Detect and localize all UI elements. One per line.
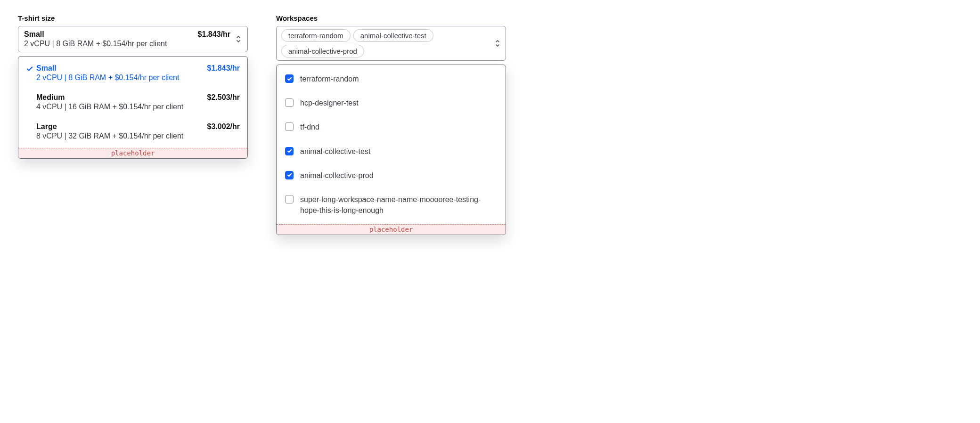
workspace-option[interactable]: terraform-random [277, 67, 506, 91]
size-option-medium[interactable]: Medium4 vCPU | 16 GiB RAM + $0.154/hr pe… [18, 88, 247, 117]
option-price: $3.002/hr [207, 122, 240, 131]
selected-option-subtitle: 2 vCPU | 8 GiB RAM + $0.154/hr per clien… [24, 40, 192, 48]
size-option-large[interactable]: Large8 vCPU | 32 GiB RAM + $0.154/hr per… [18, 117, 247, 146]
check-icon [23, 64, 36, 73]
option-price: $2.503/hr [207, 93, 240, 102]
selected-option-price: $1.843/hr [198, 30, 230, 39]
workspace-option-label: animal-collective-test [300, 146, 370, 157]
placeholder-bar: placeholder [277, 224, 506, 235]
selected-chip[interactable]: animal-collective-prod [281, 45, 364, 57]
tshirt-size-dropdown: Small2 vCPU | 8 GiB RAM + $0.154/hr per … [18, 56, 248, 159]
check-icon [23, 122, 36, 123]
workspace-option-label: animal-collective-prod [300, 170, 374, 181]
workspace-option-label: tf-dnd [300, 122, 319, 132]
workspace-option[interactable]: super-long-workspace-name-name-mooooree-… [277, 187, 506, 222]
workspace-option[interactable]: animal-collective-test [277, 139, 506, 163]
size-option-small[interactable]: Small2 vCPU | 8 GiB RAM + $0.154/hr per … [18, 58, 247, 88]
checkbox-icon [285, 74, 294, 83]
option-subtitle: 2 vCPU | 8 GiB RAM + $0.154/hr per clien… [36, 73, 202, 82]
tshirt-size-field: T-shirt size Small 2 vCPU | 8 GiB RAM + … [18, 14, 248, 159]
chevron-up-down-icon [494, 39, 501, 48]
checkbox-icon [285, 147, 294, 155]
workspace-option[interactable]: hcp-designer-test [277, 91, 506, 115]
check-icon [23, 93, 36, 94]
selected-chip[interactable]: terraform-random [281, 29, 351, 42]
workspace-option-label: hcp-designer-test [300, 98, 359, 108]
option-title: Medium [36, 93, 202, 102]
option-title: Large [36, 122, 202, 131]
placeholder-bar: placeholder [18, 148, 247, 158]
checkbox-icon [285, 98, 294, 107]
checkbox-icon [285, 195, 294, 203]
selected-chip[interactable]: animal-collective-test [353, 29, 433, 42]
workspace-option-label: super-long-workspace-name-name-mooooree-… [300, 194, 497, 216]
checkbox-icon [285, 171, 294, 179]
tshirt-size-select-trigger[interactable]: Small 2 vCPU | 8 GiB RAM + $0.154/hr per… [18, 26, 248, 52]
option-title: Small [36, 64, 202, 73]
workspace-option-label: terraform-random [300, 73, 359, 84]
tshirt-size-label: T-shirt size [18, 14, 248, 22]
workspaces-dropdown: terraform-randomhcp-designer-testtf-dnda… [276, 65, 506, 235]
selected-option-title: Small [24, 30, 192, 39]
workspaces-select-trigger[interactable]: terraform-randomanimal-collective-testan… [276, 26, 506, 61]
checkbox-icon [285, 122, 294, 131]
workspace-option[interactable]: animal-collective-prod [277, 163, 506, 187]
workspace-option[interactable]: tf-dnd [277, 115, 506, 139]
workspaces-field: Workspaces terraform-randomanimal-collec… [276, 14, 506, 235]
option-subtitle: 4 vCPU | 16 GiB RAM + $0.154/hr per clie… [36, 103, 202, 111]
chevron-up-down-icon [235, 35, 242, 43]
workspaces-label: Workspaces [276, 14, 506, 22]
option-subtitle: 8 vCPU | 32 GiB RAM + $0.154/hr per clie… [36, 132, 202, 140]
option-price: $1.843/hr [207, 64, 240, 73]
